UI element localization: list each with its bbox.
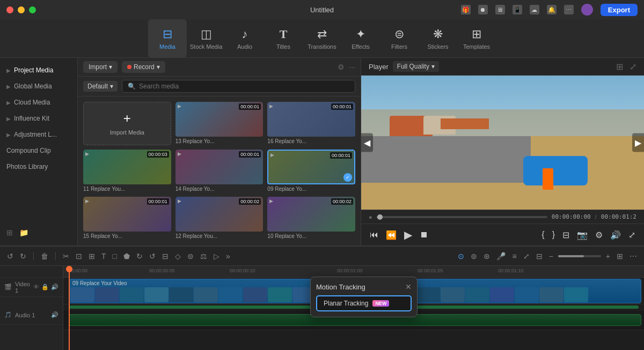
undo-icon[interactable]: ↺ xyxy=(5,250,15,262)
media-item-m3[interactable]: 00:00:03 ▶ 11 Replace You... xyxy=(83,150,171,193)
quality-selector[interactable]: Full Quality ▾ xyxy=(393,61,439,72)
play-icon[interactable]: ▶ xyxy=(404,228,412,241)
stop-icon[interactable]: ⏹ xyxy=(420,230,428,240)
step-back-icon[interactable]: ⏪ xyxy=(386,230,397,240)
phone-icon[interactable]: 📱 xyxy=(513,5,522,14)
dots-icon[interactable]: ⋯ xyxy=(564,5,574,14)
preview-scrubber[interactable] xyxy=(377,216,547,218)
import-button[interactable]: Import ▾ xyxy=(83,61,118,73)
color-icon[interactable]: ⊜ xyxy=(186,250,195,262)
sidebar-item-photos-library[interactable]: Photos Library xyxy=(0,159,77,175)
more-tools-icon[interactable]: » xyxy=(224,250,232,262)
keyframe-icon[interactable]: ◇ xyxy=(173,250,182,262)
monitor-icon[interactable]: 🖥 xyxy=(495,5,505,14)
redo-icon[interactable]: ↻ xyxy=(18,250,28,262)
default-button[interactable]: Default ▾ xyxy=(83,81,118,92)
delete-icon[interactable]: 🗑 xyxy=(39,250,50,262)
media-item-m4[interactable]: 00:00:01 ▶ 14 Replace Yo... xyxy=(175,150,264,193)
minimize-button[interactable] xyxy=(18,6,25,13)
tl-mic-icon[interactable]: 🎤 xyxy=(495,250,507,262)
media-item-m6[interactable]: 00:00:01 ▶ 15 Replace Yo... xyxy=(83,197,171,240)
tl-sticker-icon[interactable]: ⊟ xyxy=(535,250,544,262)
bracket-end-icon[interactable]: } xyxy=(552,230,555,240)
sidebar-item-project-media[interactable]: ▶ Project Media xyxy=(0,62,77,78)
record-icon[interactable]: ⏺ xyxy=(478,5,488,14)
equalizer-icon[interactable]: ⚖ xyxy=(199,250,209,262)
bracket-start-icon[interactable]: { xyxy=(541,230,544,240)
gift-icon[interactable]: 🎁 xyxy=(461,5,471,14)
avatar[interactable] xyxy=(581,4,593,16)
eye-icon[interactable]: 👁 xyxy=(33,284,39,291)
tl-plus-icon[interactable]: + xyxy=(604,250,612,262)
tab-stock-media[interactable]: ◫ Stock Media xyxy=(187,19,225,58)
tl-grid-icon[interactable]: ⊞ xyxy=(615,250,625,262)
tl-audio-icon[interactable]: ⊚ xyxy=(469,250,479,262)
timeline-tracks[interactable]: 00:00:00 00:00:00:05 00:00:00:10 00:00:0… xyxy=(63,266,644,350)
audio-eye-icon[interactable]: 🔊 xyxy=(51,311,58,318)
more-icon[interactable]: ··· xyxy=(349,63,355,71)
grid-view-icon[interactable]: ⊞ xyxy=(616,62,623,72)
record-button[interactable]: Record ▾ xyxy=(122,61,165,73)
text-icon[interactable]: T xyxy=(100,250,108,262)
volume-track-icon[interactable]: 🔊 xyxy=(51,284,58,291)
layout-icon[interactable]: ⊟ xyxy=(562,230,569,240)
playhead[interactable] xyxy=(69,266,70,350)
filter-icon[interactable]: ⚙ xyxy=(338,63,345,71)
skip-back-icon[interactable]: ⏮ xyxy=(370,230,378,240)
rect-icon[interactable]: □ xyxy=(111,250,119,262)
screenshot-icon[interactable]: 📷 xyxy=(577,230,588,240)
tab-filters[interactable]: ⊜ Filters xyxy=(380,19,419,58)
tl-shield-icon[interactable]: ⊛ xyxy=(482,250,492,262)
media-item-m7[interactable]: 00:00:02 ▶ 12 Replace You... xyxy=(175,197,264,240)
media-item-m8[interactable]: 00:00:02 ▶ 10 Replace Yo... xyxy=(267,197,355,240)
import-media-cell[interactable]: + Import Media xyxy=(83,102,171,145)
sidebar-item-influence-kit[interactable]: ▶ Influence Kit xyxy=(0,110,77,126)
tab-effects[interactable]: ✦ Effects xyxy=(341,19,380,58)
tl-strip-icon[interactable]: ≡ xyxy=(510,250,518,262)
next-frame-button[interactable]: ▶ xyxy=(632,133,644,152)
fullscreen2-icon[interactable]: ⤢ xyxy=(628,230,635,240)
tab-templates[interactable]: ⊞ Templates xyxy=(457,19,496,58)
fullscreen-button[interactable] xyxy=(29,6,36,13)
folder-icon[interactable]: 📁 xyxy=(19,228,28,237)
fullscreen-icon[interactable]: ⤢ xyxy=(630,62,636,72)
planar-tracking-button[interactable]: Planar Tracking NEW xyxy=(316,295,412,311)
crop-icon[interactable]: ⊡ xyxy=(74,250,84,262)
split-icon[interactable]: ⊞ xyxy=(87,250,97,262)
media-item-m5[interactable]: 00:00:01 ▶ ✓ 09 Replace Yo... xyxy=(267,150,355,193)
search-input[interactable] xyxy=(139,83,349,90)
motion-popup-close-button[interactable]: ✕ xyxy=(405,282,412,291)
tl-replace-icon[interactable]: ⤢ xyxy=(522,250,531,262)
sidebar-item-cloud-media[interactable]: ▶ Cloud Media xyxy=(0,94,77,110)
tab-transitions[interactable]: ⇄ Transitions xyxy=(303,19,341,58)
media-item-m2[interactable]: 00:00:01 ▶ 16 Replace Yo... xyxy=(267,102,355,145)
sidebar-item-global-media[interactable]: ▶ Global Media xyxy=(0,78,77,94)
media-icon2[interactable]: ⊟ xyxy=(160,250,170,262)
loop-icon[interactable]: ↺ xyxy=(148,250,157,262)
media-item-m1[interactable]: 00:00:01 ▶ 13 Replace Yo... xyxy=(175,102,264,145)
cloud-icon[interactable]: ☁ xyxy=(530,5,539,14)
tab-media[interactable]: ⊟ Media xyxy=(148,19,187,58)
tl-target-icon[interactable]: ⊙ xyxy=(456,250,466,262)
search-box[interactable]: 🔍 xyxy=(122,80,355,93)
mask-icon[interactable]: ⬟ xyxy=(122,250,131,262)
sidebar-item-adjustment[interactable]: ▶ Adjustment L... xyxy=(0,126,77,143)
clip-speed-icon[interactable]: ▷ xyxy=(212,250,221,262)
sidebar-item-compound-clip[interactable]: Compound Clip xyxy=(0,143,77,159)
tab-stickers[interactable]: ❋ Stickers xyxy=(419,19,457,58)
bell-icon[interactable]: 🔔 xyxy=(547,5,557,14)
tab-titles[interactable]: T Titles xyxy=(264,19,303,58)
export-button[interactable]: Export xyxy=(601,4,638,16)
tab-audio[interactable]: ♪ Audio xyxy=(225,19,264,58)
tl-more-icon[interactable]: ⋯ xyxy=(628,250,639,262)
cut-icon[interactable]: ✂ xyxy=(61,250,71,262)
lock-icon[interactable]: 🔒 xyxy=(41,284,49,291)
settings-icon[interactable]: ⚙ xyxy=(595,230,603,240)
close-button[interactable] xyxy=(6,6,13,13)
new-folder-icon[interactable]: ⊞ xyxy=(6,228,13,237)
rotate-icon[interactable]: ↻ xyxy=(135,250,144,262)
volume-icon[interactable]: 🔊 xyxy=(610,230,621,240)
prev-frame-button[interactable]: ◀ xyxy=(361,133,373,152)
zoom-bar[interactable] xyxy=(558,255,601,257)
tl-minus-icon[interactable]: − xyxy=(547,250,555,262)
